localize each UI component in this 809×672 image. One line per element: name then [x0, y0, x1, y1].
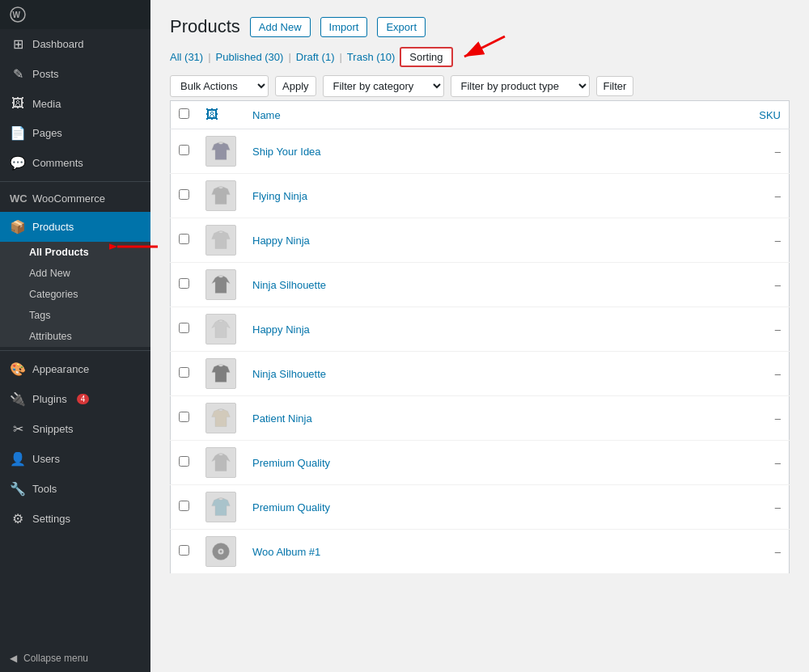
- tools-icon: 🔧: [10, 481, 26, 497]
- row-checkbox-9[interactable]: [179, 501, 189, 511]
- row-checkbox-cell: [171, 129, 198, 174]
- sorting-button[interactable]: Sorting: [400, 47, 452, 67]
- table-row: Happy Ninja –: [171, 218, 790, 263]
- product-name-8[interactable]: Premium Quality: [252, 457, 330, 469]
- media-icon: 🖼: [10, 96, 26, 111]
- sidebar-item-products-label: Products: [32, 221, 74, 233]
- sep-2: |: [288, 51, 290, 63]
- main-content: Products Add New Import Export All (31) …: [150, 0, 809, 672]
- row-checkbox-7[interactable]: [179, 412, 189, 422]
- product-thumbnail-4: [205, 269, 236, 300]
- row-name-cell-8: Premium Quality: [244, 441, 693, 485]
- filter-all-link[interactable]: All (31): [170, 51, 203, 63]
- filter-draft-link[interactable]: Draft (1): [296, 51, 335, 63]
- filter-category-select[interactable]: Filter by category: [323, 75, 444, 97]
- product-name-7[interactable]: Patient Ninja: [252, 412, 312, 425]
- filter-published-link[interactable]: Published (30): [216, 51, 284, 63]
- row-checkbox-1[interactable]: [179, 145, 189, 155]
- row-checkbox-3[interactable]: [179, 234, 189, 244]
- row-name-cell-5: Happy Ninja: [244, 307, 693, 352]
- sidebar-item-media[interactable]: 🖼 Media: [0, 89, 150, 118]
- sep-1: |: [208, 51, 210, 63]
- sidebar: W ⊞ Dashboard ✎ Posts 🖼 Media 📄 Pages 💬 …: [0, 0, 150, 672]
- product-thumbnail-1: [205, 136, 236, 167]
- product-thumbnail-6: [205, 358, 236, 389]
- plugins-icon: 🔌: [10, 391, 26, 407]
- row-checkbox-4[interactable]: [179, 278, 189, 289]
- name-header[interactable]: Name: [244, 101, 693, 129]
- sidebar-item-woocommerce[interactable]: WC WooCommerce: [0, 185, 150, 212]
- sidebar-item-products[interactable]: 📦 Products: [0, 212, 150, 242]
- product-name-6[interactable]: Ninja Silhouette: [252, 368, 326, 380]
- product-name-10[interactable]: Woo Album #1: [252, 546, 320, 558]
- table-row: Patient Ninja –: [171, 396, 790, 441]
- row-image-cell-7: [197, 396, 244, 441]
- submenu-attributes[interactable]: Attributes: [0, 326, 150, 347]
- row-checkbox-8[interactable]: [179, 456, 189, 467]
- sidebar-item-tools-label: Tools: [32, 483, 57, 495]
- row-checkbox-2[interactable]: [179, 189, 189, 200]
- sidebar-item-appearance[interactable]: 🎨 Appearance: [0, 354, 150, 384]
- product-thumbnail-8: [205, 447, 236, 478]
- row-sku-cell-9: –: [693, 485, 790, 530]
- row-name-cell-7: Patient Ninja: [244, 396, 693, 441]
- sidebar-item-dashboard-label: Dashboard: [32, 38, 84, 50]
- row-image-cell-10: [197, 530, 244, 574]
- collapse-menu-label: Collapse menu: [23, 653, 88, 664]
- sku-header[interactable]: SKU: [693, 101, 790, 129]
- sidebar-item-settings[interactable]: ⚙ Settings: [0, 504, 150, 534]
- sidebar-item-comments[interactable]: 💬 Comments: [0, 148, 150, 178]
- filter-button[interactable]: Filter: [596, 76, 634, 96]
- wordpress-logo: W: [0, 0, 150, 29]
- sidebar-item-snippets[interactable]: ✂ Snippets: [0, 414, 150, 444]
- sep-3: |: [339, 51, 341, 63]
- row-checkbox-6[interactable]: [179, 367, 189, 378]
- add-new-button[interactable]: Add New: [250, 17, 311, 37]
- sidebar-item-posts[interactable]: ✎ Posts: [0, 59, 150, 89]
- dashboard-icon: ⊞: [10, 36, 26, 52]
- row-image-cell-4: [197, 263, 244, 307]
- row-image-cell-5: [197, 307, 244, 352]
- sidebar-item-users[interactable]: 👤 Users: [0, 444, 150, 474]
- bulk-actions-select[interactable]: Bulk Actions: [170, 75, 269, 97]
- row-sku-cell-10: –: [693, 530, 790, 574]
- sidebar-item-users-label: Users: [32, 453, 60, 465]
- sidebar-item-comments-label: Comments: [32, 157, 83, 169]
- row-name-cell-10: Woo Album #1: [244, 530, 693, 574]
- sidebar-item-plugins[interactable]: 🔌 Plugins 4: [0, 384, 150, 414]
- product-name-2[interactable]: Flying Ninja: [252, 190, 307, 202]
- apply-button[interactable]: Apply: [275, 76, 316, 96]
- row-checkbox-5[interactable]: [179, 323, 189, 333]
- product-name-3[interactable]: Happy Ninja: [252, 235, 310, 247]
- submenu-add-new[interactable]: Add New: [0, 263, 150, 284]
- row-image-cell-3: [197, 218, 244, 263]
- products-tbody: Ship Your Idea – Flying Ninja –: [171, 129, 790, 574]
- product-name-5[interactable]: Happy Ninja: [252, 323, 310, 336]
- filter-type-select[interactable]: Filter by product type: [451, 75, 590, 97]
- row-name-cell-4: Ninja Silhouette: [244, 263, 693, 307]
- submenu-tags[interactable]: Tags: [0, 305, 150, 326]
- sidebar-item-dashboard[interactable]: ⊞ Dashboard: [0, 29, 150, 59]
- product-name-4[interactable]: Ninja Silhouette: [252, 279, 326, 291]
- product-thumbnail-10: [205, 536, 236, 567]
- product-name-9[interactable]: Premium Quality: [252, 501, 330, 514]
- import-button[interactable]: Import: [320, 17, 368, 37]
- products-icon: 📦: [10, 219, 26, 235]
- submenu-categories[interactable]: Categories: [0, 284, 150, 305]
- row-sku-cell-6: –: [693, 352, 790, 396]
- submenu-all-products[interactable]: All Products: [0, 242, 150, 263]
- sidebar-item-pages[interactable]: 📄 Pages: [0, 118, 150, 148]
- sidebar-divider-1: [0, 181, 150, 182]
- select-all-checkbox[interactable]: [179, 108, 189, 119]
- row-checkbox-10[interactable]: [179, 545, 189, 556]
- sidebar-item-tools[interactable]: 🔧 Tools: [0, 474, 150, 504]
- row-checkbox-cell: [171, 485, 198, 530]
- export-button[interactable]: Export: [377, 17, 426, 37]
- svg-text:W: W: [13, 11, 21, 19]
- filter-trash-link[interactable]: Trash (10): [347, 51, 395, 63]
- collapse-arrow-icon: ◀: [10, 653, 17, 664]
- product-name-1[interactable]: Ship Your Idea: [252, 146, 321, 158]
- row-checkbox-cell: [171, 263, 198, 307]
- collapse-menu-button[interactable]: ◀ Collapse menu: [0, 645, 150, 672]
- product-thumbnail-7: [205, 403, 236, 433]
